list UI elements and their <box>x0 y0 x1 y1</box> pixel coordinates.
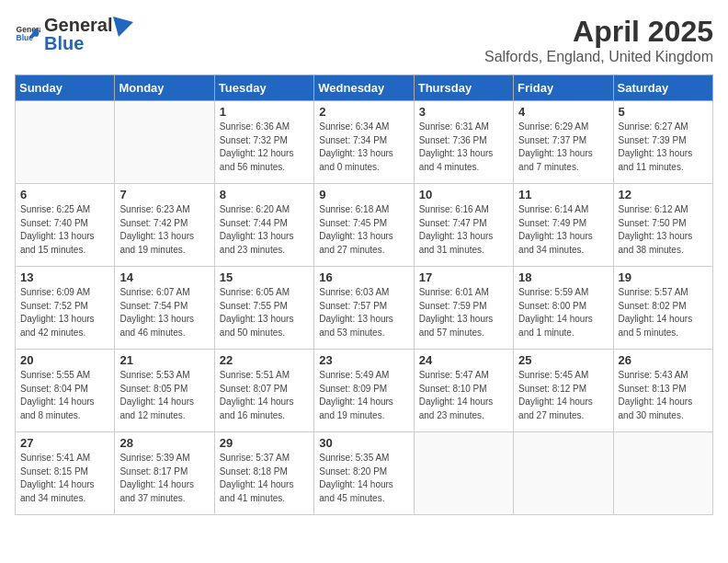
day-info: Sunrise: 6:18 AM Sunset: 7:45 PM Dayligh… <box>319 203 408 257</box>
calendar-header-friday: Friday <box>514 75 613 101</box>
day-info: Sunrise: 5:55 AM Sunset: 8:04 PM Dayligh… <box>20 369 109 422</box>
week-row-5: 27Sunrise: 5:41 AM Sunset: 8:15 PM Dayli… <box>16 432 713 515</box>
day-info: Sunrise: 6:03 AM Sunset: 7:57 PM Dayligh… <box>319 286 408 339</box>
day-number: 30 <box>319 436 408 450</box>
calendar-header-row: SundayMondayTuesdayWednesdayThursdayFrid… <box>16 75 713 101</box>
week-row-4: 20Sunrise: 5:55 AM Sunset: 8:04 PM Dayli… <box>16 350 713 432</box>
subtitle: Salfords, England, United Kingdom <box>484 49 713 65</box>
day-number: 7 <box>119 188 209 201</box>
day-number: 8 <box>220 188 309 201</box>
calendar-cell <box>514 432 613 515</box>
day-info: Sunrise: 6:07 AM Sunset: 7:54 PM Dayligh… <box>119 286 209 339</box>
day-info: Sunrise: 6:36 AM Sunset: 7:32 PM Dayligh… <box>220 121 309 174</box>
calendar-cell: 18Sunrise: 5:59 AM Sunset: 8:00 PM Dayli… <box>514 267 613 350</box>
day-info: Sunrise: 5:41 AM Sunset: 8:15 PM Dayligh… <box>20 452 109 505</box>
calendar-header-monday: Monday <box>115 75 214 101</box>
logo-icon: General Blue <box>15 22 40 48</box>
calendar-cell: 9Sunrise: 6:18 AM Sunset: 7:45 PM Daylig… <box>314 184 414 267</box>
calendar-cell: 20Sunrise: 5:55 AM Sunset: 8:04 PM Dayli… <box>16 350 115 432</box>
day-info: Sunrise: 6:25 AM Sunset: 7:40 PM Dayligh… <box>20 203 109 257</box>
day-info: Sunrise: 6:34 AM Sunset: 7:34 PM Dayligh… <box>319 121 408 174</box>
day-info: Sunrise: 6:09 AM Sunset: 7:52 PM Dayligh… <box>20 286 109 339</box>
svg-marker-3 <box>113 17 133 37</box>
day-number: 21 <box>119 353 209 367</box>
calendar-cell: 4Sunrise: 6:29 AM Sunset: 7:37 PM Daylig… <box>514 101 613 184</box>
page-header: General Blue General Blue April 2025 Sal… <box>15 15 713 65</box>
calendar-cell: 22Sunrise: 5:51 AM Sunset: 8:07 PM Dayli… <box>214 350 313 432</box>
calendar-header-saturday: Saturday <box>613 75 712 101</box>
day-number: 13 <box>20 270 109 284</box>
main-title: April 2025 <box>484 15 713 49</box>
day-number: 6 <box>20 188 109 201</box>
calendar-cell: 28Sunrise: 5:39 AM Sunset: 8:17 PM Dayli… <box>115 432 214 515</box>
calendar-cell: 24Sunrise: 5:47 AM Sunset: 8:10 PM Dayli… <box>414 350 513 432</box>
day-info: Sunrise: 6:23 AM Sunset: 7:42 PM Dayligh… <box>119 203 209 257</box>
day-number: 4 <box>518 105 608 119</box>
calendar-cell: 2Sunrise: 6:34 AM Sunset: 7:34 PM Daylig… <box>314 101 414 184</box>
calendar-cell: 11Sunrise: 6:14 AM Sunset: 7:49 PM Dayli… <box>514 184 613 267</box>
calendar-cell: 13Sunrise: 6:09 AM Sunset: 7:52 PM Dayli… <box>16 267 115 350</box>
calendar-header-thursday: Thursday <box>414 75 513 101</box>
day-info: Sunrise: 5:53 AM Sunset: 8:05 PM Dayligh… <box>119 369 209 422</box>
day-info: Sunrise: 6:31 AM Sunset: 7:36 PM Dayligh… <box>419 121 508 174</box>
day-number: 28 <box>119 436 209 450</box>
day-info: Sunrise: 5:49 AM Sunset: 8:09 PM Dayligh… <box>319 369 408 422</box>
day-info: Sunrise: 5:37 AM Sunset: 8:18 PM Dayligh… <box>220 452 309 505</box>
calendar-cell: 30Sunrise: 5:35 AM Sunset: 8:20 PM Dayli… <box>314 432 414 515</box>
day-info: Sunrise: 6:29 AM Sunset: 7:37 PM Dayligh… <box>518 121 608 174</box>
day-info: Sunrise: 6:27 AM Sunset: 7:39 PM Dayligh… <box>619 121 708 174</box>
day-info: Sunrise: 5:43 AM Sunset: 8:13 PM Dayligh… <box>619 369 708 422</box>
calendar-cell: 7Sunrise: 6:23 AM Sunset: 7:42 PM Daylig… <box>115 184 214 267</box>
svg-text:Blue: Blue <box>17 33 34 42</box>
day-number: 3 <box>419 105 508 119</box>
calendar-cell: 26Sunrise: 5:43 AM Sunset: 8:13 PM Dayli… <box>613 350 712 432</box>
calendar-cell <box>16 101 115 184</box>
day-number: 29 <box>220 436 309 450</box>
calendar-cell: 23Sunrise: 5:49 AM Sunset: 8:09 PM Dayli… <box>314 350 414 432</box>
week-row-2: 6Sunrise: 6:25 AM Sunset: 7:40 PM Daylig… <box>16 184 713 267</box>
day-info: Sunrise: 5:45 AM Sunset: 8:12 PM Dayligh… <box>518 369 608 422</box>
calendar-cell: 25Sunrise: 5:45 AM Sunset: 8:12 PM Dayli… <box>514 350 613 432</box>
title-block: April 2025 Salfords, England, United Kin… <box>484 15 713 65</box>
day-info: Sunrise: 6:20 AM Sunset: 7:44 PM Dayligh… <box>220 203 309 257</box>
calendar-cell: 8Sunrise: 6:20 AM Sunset: 7:44 PM Daylig… <box>214 184 313 267</box>
calendar-cell: 19Sunrise: 5:57 AM Sunset: 8:02 PM Dayli… <box>613 267 712 350</box>
day-number: 26 <box>619 353 708 367</box>
week-row-3: 13Sunrise: 6:09 AM Sunset: 7:52 PM Dayli… <box>16 267 713 350</box>
day-number: 5 <box>619 105 708 119</box>
calendar-cell: 29Sunrise: 5:37 AM Sunset: 8:18 PM Dayli… <box>214 432 313 515</box>
day-number: 18 <box>518 270 608 284</box>
calendar-cell: 21Sunrise: 5:53 AM Sunset: 8:05 PM Dayli… <box>115 350 214 432</box>
calendar-cell: 14Sunrise: 6:07 AM Sunset: 7:54 PM Dayli… <box>115 267 214 350</box>
day-info: Sunrise: 5:35 AM Sunset: 8:20 PM Dayligh… <box>319 452 408 505</box>
day-number: 22 <box>220 353 309 367</box>
day-number: 1 <box>220 105 309 119</box>
day-number: 20 <box>20 353 109 367</box>
day-info: Sunrise: 6:05 AM Sunset: 7:55 PM Dayligh… <box>220 286 309 339</box>
day-number: 24 <box>419 353 508 367</box>
day-info: Sunrise: 5:57 AM Sunset: 8:02 PM Dayligh… <box>619 286 708 339</box>
day-number: 14 <box>119 270 209 284</box>
calendar-header-sunday: Sunday <box>16 75 115 101</box>
day-number: 25 <box>518 353 608 367</box>
calendar-cell <box>613 432 712 515</box>
day-info: Sunrise: 5:59 AM Sunset: 8:00 PM Dayligh… <box>518 286 608 339</box>
calendar-cell: 10Sunrise: 6:16 AM Sunset: 7:47 PM Dayli… <box>414 184 513 267</box>
calendar-cell: 6Sunrise: 6:25 AM Sunset: 7:40 PM Daylig… <box>16 184 115 267</box>
calendar-cell <box>115 101 214 184</box>
day-number: 27 <box>20 436 109 450</box>
day-info: Sunrise: 5:47 AM Sunset: 8:10 PM Dayligh… <box>419 369 508 422</box>
calendar-cell: 15Sunrise: 6:05 AM Sunset: 7:55 PM Dayli… <box>214 267 313 350</box>
calendar-cell: 16Sunrise: 6:03 AM Sunset: 7:57 PM Dayli… <box>314 267 414 350</box>
day-number: 17 <box>419 270 508 284</box>
calendar-cell: 12Sunrise: 6:12 AM Sunset: 7:50 PM Dayli… <box>613 184 712 267</box>
day-number: 19 <box>619 270 708 284</box>
calendar-cell: 3Sunrise: 6:31 AM Sunset: 7:36 PM Daylig… <box>414 101 513 184</box>
week-row-1: 1Sunrise: 6:36 AM Sunset: 7:32 PM Daylig… <box>16 101 713 184</box>
logo-triangle-icon <box>113 17 133 37</box>
day-info: Sunrise: 6:12 AM Sunset: 7:50 PM Dayligh… <box>619 203 708 257</box>
day-number: 10 <box>419 188 508 201</box>
day-number: 16 <box>319 270 408 284</box>
calendar-header-tuesday: Tuesday <box>214 75 313 101</box>
calendar-cell <box>414 432 513 515</box>
